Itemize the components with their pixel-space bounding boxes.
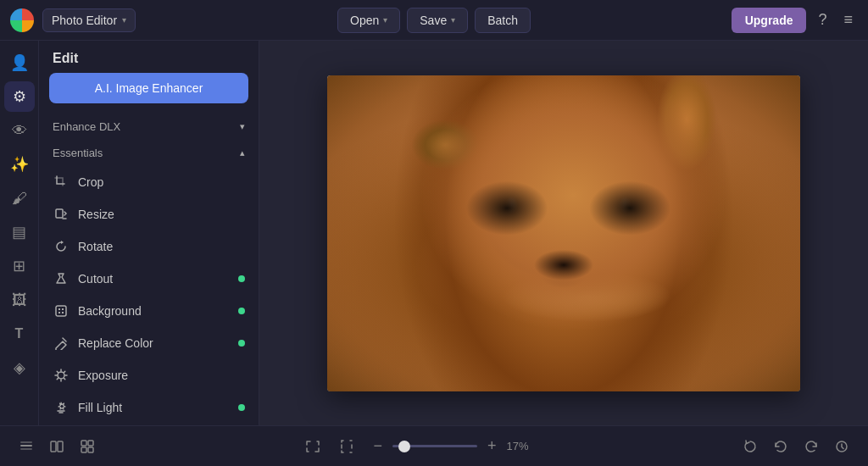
app-title-label: Photo Editor [52,14,117,27]
open-chevron: ▾ [383,15,387,25]
rotate-icon [53,238,70,255]
redo-button[interactable] [798,435,824,458]
svg-rect-12 [20,448,32,450]
fit-button[interactable] [300,435,326,458]
bottom-left-controls [14,435,100,458]
ai-enhancer-button[interactable]: A.I. Image Enhancer [49,73,248,103]
svg-rect-4 [58,312,60,313]
grid-button[interactable] [75,435,100,458]
panel-title: Edit [39,41,259,73]
bottom-bar: − + 17% [0,425,868,466]
save-chevron: ▾ [451,15,455,25]
svg-rect-15 [81,441,86,446]
cutout-label: Cutout [78,272,230,286]
iconbar-shapes[interactable]: ◈ [4,352,35,383]
zoom-control: − + 17% [368,434,537,458]
icon-bar: 👤 ⚙ 👁 ✨ 🖌 ▤ ⊞ 🖼 T ◈ [0,41,39,425]
panel-item-crop[interactable]: Crop [39,166,259,198]
iconbar-person[interactable]: 👤 [4,47,35,78]
bottom-right-controls [737,435,854,458]
svg-rect-0 [56,209,63,218]
panel-item-background[interactable]: Background [39,295,259,327]
top-bar: Photo Editor ▾ Open ▾ Save ▾ Batch Upgra… [0,0,868,41]
panel-item-rotate[interactable]: Rotate [39,230,259,263]
replace-color-icon [53,335,70,352]
menu-button[interactable]: ≡ [839,8,859,32]
resize-label: Resize [78,208,245,221]
compare-button[interactable] [44,435,70,458]
open-label: Open [350,14,379,27]
panel-item-resize[interactable]: Resize [39,198,259,230]
crop-icon [53,174,70,191]
undo-button[interactable] [768,435,793,458]
history-button[interactable] [829,435,854,458]
help-button[interactable]: ? [813,8,832,32]
enhance-dlx-chevron: ▾ [240,121,245,132]
svg-rect-11 [20,441,32,443]
panel-item-fill-light[interactable]: Fill Light [39,391,259,424]
svg-rect-1 [56,306,66,316]
replace-color-label: Replace Color [78,336,230,350]
image-frame [327,75,800,391]
app-title-chevron: ▾ [122,15,126,25]
batch-button[interactable]: Batch [475,8,531,33]
enhance-dlx-label: Enhance DLX [53,120,120,133]
iconbar-text[interactable]: T [4,319,35,349]
fill-light-label: Fill Light [78,401,230,414]
top-bar-center-controls: Open ▾ Save ▾ Batch [337,8,531,33]
svg-rect-14 [58,441,63,452]
fill-light-icon [53,399,70,416]
cutout-icon [53,270,70,287]
exposure-icon [53,367,70,384]
open-button[interactable]: Open ▾ [337,8,400,33]
panel-list: Enhance DLX ▾ Essentials ▴ Crop Resize [39,114,259,425]
iconbar-brush[interactable]: 🖌 [4,183,35,214]
dog-image [327,75,800,391]
app-logo [10,8,34,32]
iconbar-image[interactable]: 🖼 [4,285,35,315]
rotate-label: Rotate [78,240,245,253]
app-title-button[interactable]: Photo Editor ▾ [42,8,136,32]
svg-rect-18 [88,447,93,452]
svg-rect-3 [62,308,64,310]
reset-button[interactable] [737,435,763,458]
iconbar-group[interactable]: ⊞ [4,251,35,281]
replace-color-dot [238,340,245,347]
resize-icon [53,206,70,223]
svg-rect-16 [88,441,93,446]
svg-rect-5 [62,312,64,313]
bottom-center-controls: − + 17% [107,434,731,458]
essentials-label: Essentials [53,147,103,159]
iconbar-magic[interactable]: ✨ [4,149,35,180]
essentials-section[interactable]: Essentials ▴ [39,140,259,166]
zoom-in-button[interactable]: + [482,434,502,458]
zoom-out-button[interactable]: − [368,434,387,458]
panel-item-replace-color[interactable]: Replace Color [39,327,259,359]
background-label: Background [78,304,230,318]
svg-rect-13 [51,441,56,452]
fill-button[interactable] [334,435,359,458]
svg-rect-10 [20,445,32,447]
side-panel: Edit A.I. Image Enhancer Enhance DLX ▾ E… [39,41,259,425]
cutout-dot [238,275,245,282]
save-label: Save [420,14,447,27]
iconbar-eye[interactable]: 👁 [4,115,35,146]
iconbar-layers[interactable]: ▤ [4,217,35,247]
zoom-slider[interactable] [392,445,477,447]
enhance-dlx-section[interactable]: Enhance DLX ▾ [39,114,259,140]
svg-rect-2 [58,308,60,310]
background-icon [53,302,70,319]
panel-item-exposure[interactable]: Exposure [39,359,259,391]
exposure-label: Exposure [78,369,245,382]
background-dot [238,308,245,314]
fill-light-dot [238,404,245,411]
svg-rect-17 [81,447,86,452]
iconbar-adjustments[interactable]: ⚙ [4,81,35,112]
essentials-chevron: ▴ [240,147,245,158]
panel-item-cutout[interactable]: Cutout [39,263,259,295]
top-bar-right-controls: Upgrade ? ≡ [732,8,858,33]
save-button[interactable]: Save ▾ [407,8,468,33]
upgrade-button[interactable]: Upgrade [732,8,807,33]
layers-button[interactable] [14,435,39,458]
svg-point-6 [58,372,64,379]
